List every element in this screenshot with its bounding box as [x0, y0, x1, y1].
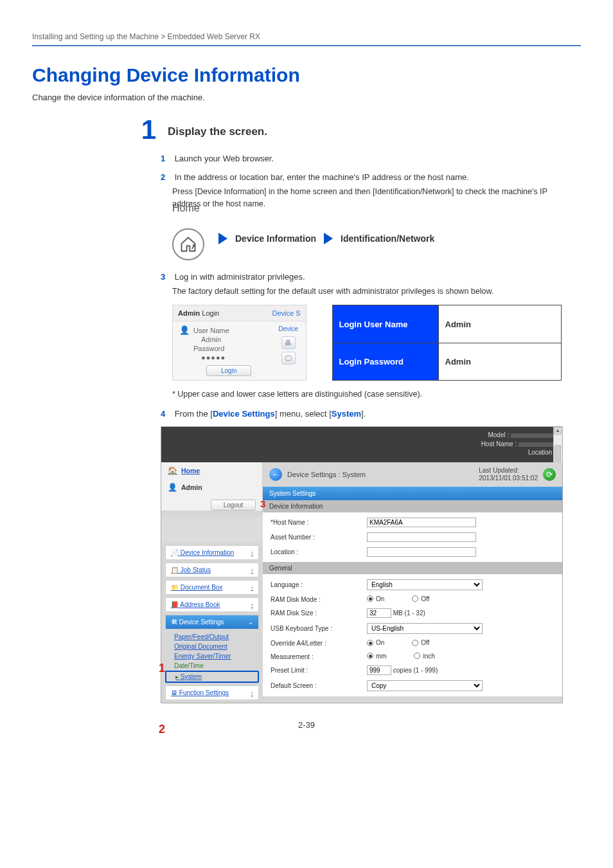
rammode-on-radio[interactable]: On: [367, 595, 384, 602]
content-title: Device Settings : System: [287, 471, 366, 478]
override-off-radio[interactable]: Off: [412, 639, 429, 646]
ramdisksize-key: RAM Disk Size :: [271, 610, 367, 617]
substep-num-3: 3: [161, 272, 172, 282]
password-label: Password: [193, 345, 251, 352]
general-section-header: General: [263, 562, 562, 574]
substep-num-4: 4: [161, 409, 172, 419]
system-settings-header: System Settings: [263, 487, 562, 500]
usbkb-select[interactable]: US-English: [367, 623, 483, 634]
model-label: Model :: [488, 431, 509, 439]
chevron-down-icon: ⌄: [248, 619, 253, 626]
substep-num-1: 1: [161, 154, 172, 163]
username-value[interactable]: Admin: [193, 336, 251, 343]
hostname-input[interactable]: [367, 518, 476, 527]
chevron-right-icon: [218, 233, 227, 244]
identification-network-label: Identification/Network: [341, 233, 434, 244]
chevron-right-icon: ›: [251, 549, 253, 556]
page-title: Changing Device Information: [32, 64, 581, 86]
page-number: 2-39: [32, 720, 581, 730]
sidebar-sub-paper[interactable]: Paper/Feed/Output: [165, 632, 259, 642]
system-link: System: [332, 409, 361, 419]
device-settings-link: Device Settings: [213, 409, 275, 419]
person-icon: 👤: [179, 325, 190, 335]
rammode-off-radio[interactable]: Off: [412, 595, 429, 602]
substep-num-2: 2: [161, 172, 172, 182]
scroll-up-icon[interactable]: ▲: [554, 427, 562, 435]
asset-key: Asset Number :: [271, 534, 367, 541]
login-user-name-label: Login User Name: [332, 305, 438, 343]
ramdisksize-unit: MB (1 - 32): [393, 610, 425, 617]
language-select[interactable]: English: [367, 579, 483, 590]
sidebar-sub-original[interactable]: Original Document: [165, 642, 259, 651]
substep-text-2: In the address or location bar, enter th…: [175, 172, 469, 182]
substep-note-2: Press [Device Information] in the home s…: [172, 186, 562, 210]
password-value[interactable]: ●●●●●: [193, 354, 251, 361]
chevron-right-icon: ›: [251, 689, 253, 696]
display-icon: 🖵: [281, 352, 296, 365]
presetlimit-input[interactable]: [367, 665, 391, 675]
sidebar-admin: 👤Admin: [161, 479, 262, 496]
login-button[interactable]: Login: [206, 365, 251, 376]
chevron-right-icon: [324, 233, 333, 244]
credentials-table: Login User Name Admin Login Password Adm…: [332, 305, 562, 381]
hostname-label-top: Host Name :: [481, 440, 517, 448]
logout-button[interactable]: Logout: [211, 500, 256, 511]
back-button[interactable]: ←: [269, 468, 282, 481]
step-title-1: Display the screen.: [168, 125, 267, 138]
device-information-section-header: 3 Device Information: [263, 500, 562, 512]
language-key: Language :: [271, 581, 367, 588]
intro-text: Change the device information of the mac…: [32, 93, 581, 102]
override-key: Override A4/Letter :: [271, 640, 367, 647]
meas-mm-radio[interactable]: mm: [367, 653, 387, 660]
location-input[interactable]: [367, 547, 476, 557]
asset-input[interactable]: [367, 532, 476, 542]
override-on-radio[interactable]: On: [367, 639, 384, 646]
substep-text-3: Log in with administrator privileges.: [175, 272, 305, 282]
location-key: Location :: [271, 548, 367, 556]
username-label: User Name: [193, 327, 251, 334]
sidebar-item-function-settings[interactable]: 🖥 Function Settings›: [166, 686, 258, 700]
location-label-top: Location :: [528, 449, 556, 456]
usbkb-key: USB Keyboard Type :: [271, 625, 367, 632]
presetlimit-unit: copies (1 - 999): [393, 667, 438, 674]
breadcrumb: Installing and Setting up the Machine > …: [32, 32, 581, 41]
chevron-right-icon: ›: [251, 601, 253, 608]
login-password-value: Admin: [438, 343, 561, 381]
sidebar-item-device-settings[interactable]: 🛠 Device Settings⌄: [166, 615, 258, 629]
callout-1: 1: [159, 662, 165, 675]
callout-3: 3: [260, 498, 265, 509]
sidebar-home[interactable]: 🏠Home: [161, 462, 262, 479]
person-icon: 👤: [168, 483, 177, 492]
substep-note-3: The factory default setting for the defa…: [172, 285, 562, 298]
sidebar-sub-system[interactable]: ▸ System: [165, 671, 259, 683]
callout-2: 2: [159, 723, 165, 736]
ramdiskmode-key: RAM Disk Mode :: [271, 596, 367, 603]
login-password-label: Login Password: [332, 343, 438, 381]
sidebar-item-device-information[interactable]: 📄 Device Information›: [166, 546, 258, 559]
sidebar-item-document-box[interactable]: 📁 Document Box›: [166, 581, 258, 594]
sidebar-sub-energy[interactable]: Energy Saver/Timer: [165, 651, 259, 661]
device-label: Device: [278, 325, 299, 332]
measurement-key: Measurement :: [271, 653, 367, 660]
login-panel: Admin Login Device S 👤 User Name Admin P…: [172, 305, 306, 381]
refresh-button[interactable]: ⟳: [543, 468, 556, 481]
case-sensitive-note: * Upper case and lower case letters are …: [172, 390, 562, 399]
step-number-1: 1: [121, 116, 156, 143]
sidebar-item-job-status[interactable]: 📋 Job Status›: [166, 563, 258, 577]
ramdisksize-input[interactable]: [367, 608, 391, 618]
presetlimit-key: Preset Limit :: [271, 667, 367, 674]
device-s-label: Device S: [272, 309, 301, 317]
sidebar-sub-datetime[interactable]: Date/Time: [165, 661, 259, 671]
sidebar-item-address-book[interactable]: 📕 Address Book›: [166, 598, 258, 611]
defaultscreen-select[interactable]: Copy: [367, 680, 483, 691]
home-label: Home: [172, 203, 211, 214]
printer-icon: 🖶: [281, 336, 296, 349]
chevron-right-icon: ›: [251, 584, 253, 591]
home-icon: 🏠: [168, 466, 177, 475]
home-icon: [172, 228, 204, 260]
meas-inch-radio[interactable]: inch: [414, 653, 434, 660]
defaultscreen-key: Default Screen :: [271, 682, 367, 689]
last-updated-value: 2013/11/01 03:51:02: [479, 475, 538, 482]
last-updated-label: Last Updated:: [479, 467, 538, 475]
divider: [32, 45, 581, 46]
